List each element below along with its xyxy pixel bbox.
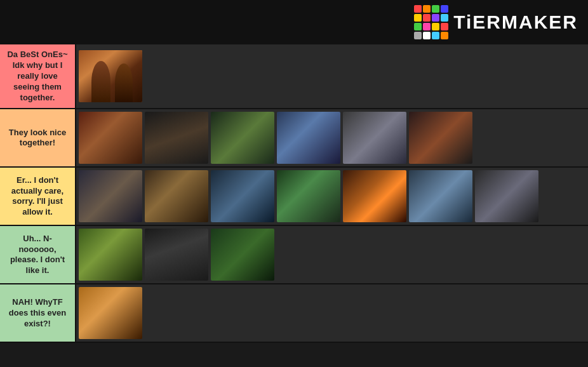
tier-card[interactable]: [79, 112, 142, 164]
tier-content-s: [76, 44, 588, 108]
logo-grid-icon: [414, 5, 448, 39]
tier-card[interactable]: [409, 170, 472, 222]
logo-cell: [414, 14, 422, 22]
tier-content-a: [76, 109, 588, 166]
logo-cell: [432, 14, 439, 22]
logo-cell: [441, 14, 448, 22]
tier-card[interactable]: [277, 170, 340, 222]
tier-row-c: Uh... N-noooooo, please. I don't like it…: [0, 226, 588, 284]
tier-label-d: NAH! WhyTF does this even exist?!: [0, 284, 76, 342]
logo-cell: [423, 23, 431, 30]
tier-card[interactable]: [211, 229, 274, 281]
tier-label-b: Er... I don't actually care, sorry. I'll…: [0, 168, 76, 225]
tier-card[interactable]: [79, 50, 142, 102]
tier-label-c: Uh... N-noooooo, please. I don't like it…: [0, 226, 76, 283]
tier-label-a: They look nice together!: [0, 109, 76, 166]
logo-cell: [414, 5, 422, 13]
tier-card[interactable]: [343, 170, 406, 222]
header: TiERMAKER: [0, 0, 588, 44]
logo-cell: [414, 23, 422, 30]
logo-text: TiERMAKER: [453, 11, 578, 33]
tier-card[interactable]: [79, 170, 142, 222]
logo-cell: [423, 32, 431, 39]
tier-row-a: They look nice together!: [0, 109, 588, 168]
tier-table: Da BeSt OnEs~ Idk why but I really love …: [0, 44, 588, 343]
tier-card[interactable]: [409, 112, 472, 164]
tier-card[interactable]: [79, 287, 142, 339]
tier-card[interactable]: [211, 170, 274, 222]
tier-card[interactable]: [343, 112, 406, 164]
tier-card[interactable]: [79, 229, 142, 281]
tier-card[interactable]: [145, 229, 208, 281]
tiermaker-logo: TiERMAKER: [414, 5, 578, 39]
tier-row-b: Er... I don't actually care, sorry. I'll…: [0, 168, 588, 226]
logo-cell: [441, 32, 448, 39]
logo-cell: [432, 5, 439, 13]
tier-row-d: NAH! WhyTF does this even exist?!: [0, 284, 588, 343]
tier-card[interactable]: [211, 112, 274, 164]
logo-cell: [441, 23, 448, 30]
tier-card[interactable]: [277, 112, 340, 164]
logo-cell: [414, 32, 422, 39]
tier-content-d: [76, 284, 588, 342]
tier-card[interactable]: [145, 170, 208, 222]
tier-label-s: Da BeSt OnEs~ Idk why but I really love …: [0, 44, 76, 108]
logo-cell: [441, 5, 448, 13]
logo-cell: [432, 23, 439, 30]
logo-cell: [423, 14, 431, 22]
logo-cell: [423, 5, 431, 13]
tier-row-s: Da BeSt OnEs~ Idk why but I really love …: [0, 44, 588, 109]
tier-card[interactable]: [475, 170, 538, 222]
tier-content-c: [76, 226, 588, 283]
tier-content-b: [76, 168, 588, 225]
tier-card[interactable]: [145, 112, 208, 164]
logo-cell: [432, 32, 439, 39]
